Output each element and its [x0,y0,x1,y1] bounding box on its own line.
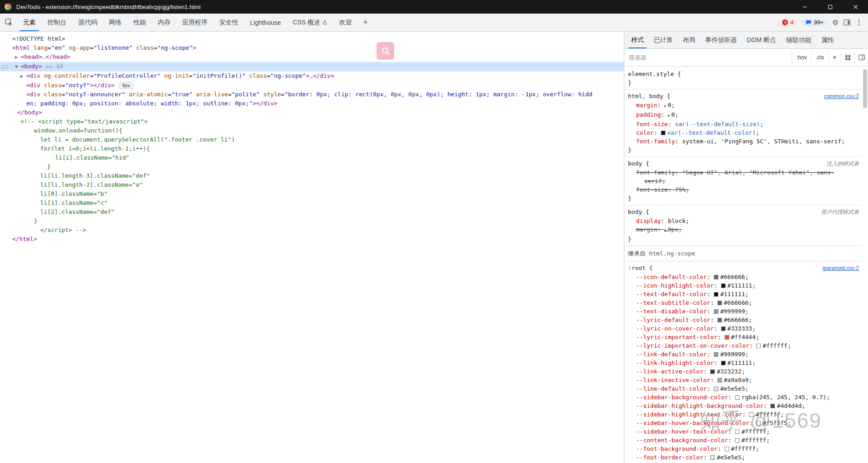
css-property[interactable]: font-family: system-ui, 'PingFang SC', S… [628,137,859,146]
expand-shorthand-icon[interactable]: ▸ [668,113,671,118]
css-property[interactable]: --line-default-color: #e5e5e5; [628,384,859,393]
css-property[interactable]: padding: ▸ 0; [628,110,859,120]
css-property[interactable]: --sidebar-hover-background-color: #f5f5f… [628,419,859,427]
color-swatch[interactable] [725,447,729,451]
expand-arrow-icon[interactable]: ▶ [15,53,21,62]
stylesheet-link[interactable]: common.css:2 [824,92,859,101]
dom-line-comment-line[interactable]: window.onload=function(){ [0,126,624,135]
close-button[interactable] [843,0,868,14]
styles-scrollbar[interactable] [863,67,868,463]
color-swatch[interactable] [770,404,775,408]
dock-side-icon[interactable] [844,19,850,25]
dom-line-body-close[interactable]: </body> [0,108,624,117]
color-swatch[interactable] [714,275,718,279]
css-property[interactable]: --lyric-important-color: #ff4444; [628,333,859,341]
css-property[interactable]: --foot-background-color: #ffffff; [628,444,859,453]
kebab-menu-icon[interactable]: ⋮ [855,18,863,27]
css-property[interactable]: --link-highlight-color: #111111; [628,359,859,367]
dom-line-comment-line[interactable]: li[li.length-3].className="def" [0,171,624,180]
css-property[interactable]: --icon-default-color: #666666; [628,273,859,281]
sidebar-tab-dom-breakpoints[interactable]: DOM 断点 [742,32,781,48]
sidebar-tab-accessibility[interactable]: 辅助功能 [781,32,816,48]
rule-selector[interactable]: :root { [628,264,653,272]
color-swatch[interactable] [735,438,740,443]
color-swatch[interactable] [717,378,722,383]
inherited-node-link[interactable]: html.ng-scope [649,250,695,257]
dom-line-comment-script-close[interactable]: </script> --> [0,226,624,235]
css-property[interactable]: font-size: var(--text-default-size); [628,120,859,128]
dom-line-div-notyf[interactable]: <div class="notyf"></div>flex [0,81,624,90]
dom-line-div-notyf-announcer-wrap[interactable]: en; padding: 0px; position: absolute; wi… [0,99,624,108]
expand-arrow-icon[interactable]: ▶ [20,72,26,81]
css-property[interactable]: --sidebar-background-color: rgba(245, 24… [628,393,859,402]
styles-filter-input[interactable] [624,49,792,66]
tab-lighthouse[interactable]: Lighthouse [244,14,287,31]
dom-line-doctype[interactable]: <!DOCTYPE html> [0,34,624,43]
color-swatch[interactable] [714,309,718,314]
css-property[interactable]: --sidebar-highlight-text-color: #ffffff; [628,410,859,419]
css-property[interactable]: color: var(--text-default-color); [628,128,859,137]
dom-line-body-selected[interactable]: ▼<body> == $0 [0,62,624,71]
new-style-rule-button[interactable]: + [828,52,841,63]
color-swatch[interactable] [714,352,718,357]
color-swatch[interactable] [714,292,718,297]
minimize-button[interactable] [792,0,817,14]
flex-badge[interactable]: flex [119,82,133,89]
color-swatch[interactable] [735,395,740,400]
color-swatch[interactable] [756,421,761,425]
color-swatch[interactable] [756,344,761,348]
dom-line-comment-line[interactable]: } [0,217,624,226]
scrollbar-thumb[interactable] [863,69,867,108]
css-property[interactable]: --text-default-color: #111111; [628,290,859,298]
css-property[interactable]: --lyric-important-on-cover-color: #fffff… [628,341,859,350]
rendering-grid-icon[interactable] [841,52,854,63]
stylesheet-link[interactable]: iparanoid.css:2 [822,264,859,273]
css-property[interactable]: --link-default-color: #999999; [628,350,859,359]
dom-line-head[interactable]: ▶<head>…</head> [0,52,624,62]
tab-application[interactable]: 应用程序 [176,14,213,31]
maximize-button[interactable] [817,0,843,14]
css-property[interactable]: font-family: "Segoe UI", Arial, "Microso… [628,168,840,185]
rule-selector[interactable]: html, body { [628,92,670,100]
css-property[interactable]: --text-disable-color: #999999; [628,307,859,316]
css-property[interactable]: --sidebar-highlight-background-color: #4… [628,402,859,410]
sidebar-tab-layout[interactable]: 布局 [678,32,700,48]
color-swatch[interactable] [735,430,740,434]
dom-line-comment-line[interactable]: li[li.length-2].className="a" [0,180,624,189]
css-property[interactable]: --foot-border-color: #e5e5e5; [628,453,859,462]
sidebar-tab-event-listeners[interactable]: 事件侦听器 [700,32,742,48]
color-swatch[interactable] [721,283,726,288]
rule-selector[interactable]: element.style { [628,70,681,78]
color-swatch[interactable] [710,369,715,374]
css-property[interactable]: margin: ▸ 8px; [628,225,859,235]
dom-line-html-close[interactable]: </html> [0,235,624,244]
tab-performance[interactable]: 性能 [127,14,152,31]
rule-selector[interactable]: body { [628,159,649,168]
color-swatch[interactable] [710,455,715,460]
css-property[interactable]: --link-inactive-color: #a9a9a9; [628,376,859,384]
dom-line-comment-line[interactable]: li[0].className="b" [0,189,624,198]
color-swatch[interactable] [749,412,754,417]
dom-line-html-open[interactable]: <html lang="en" ng-app="listenone" class… [0,43,624,52]
tab-css-overview[interactable]: CSS 概述 [287,14,334,31]
css-property[interactable]: --sidebar-hover-text-color: #ffffff; [628,427,859,436]
dom-line-comment-line[interactable]: for(let i=0;i<li.length-1;i++){ [0,144,624,153]
css-property[interactable]: font-size: 75%; [628,185,859,194]
dom-line-div-notyf-announcer[interactable]: <div class="notyf-announcer" aria-atomic… [0,90,624,99]
expand-shorthand-icon[interactable]: ▸ [665,228,668,232]
console-error-badge[interactable]: ✕ 4 [778,19,797,27]
color-swatch[interactable] [721,361,726,365]
tab-network[interactable]: 网络 [103,14,127,31]
css-property[interactable]: --icon-highlight-color: #111111; [628,281,859,290]
dom-line-comment-line[interactable]: } [0,162,624,171]
dom-line-comment-script-open[interactable]: <!-- <script type="text/javascript"> [0,117,624,126]
sidebar-tab-computed[interactable]: 已计算 [649,32,678,48]
css-property[interactable]: --text-subtitle-color: #666666; [628,298,859,307]
dom-line-comment-line[interactable]: li[i].className="hid" [0,153,624,162]
computed-sidebar-toggle-icon[interactable] [854,52,868,63]
css-property[interactable]: --content-background-color: #ffffff; [628,436,859,444]
rule-selector[interactable]: body { [628,208,649,216]
window-titlebar[interactable]: DevTools - extension://hneiglcmpeedblkmb… [0,0,868,14]
css-property[interactable]: --link-active-color: #323232; [628,367,859,376]
toggle-hover-state-button[interactable]: :hov [792,52,811,63]
